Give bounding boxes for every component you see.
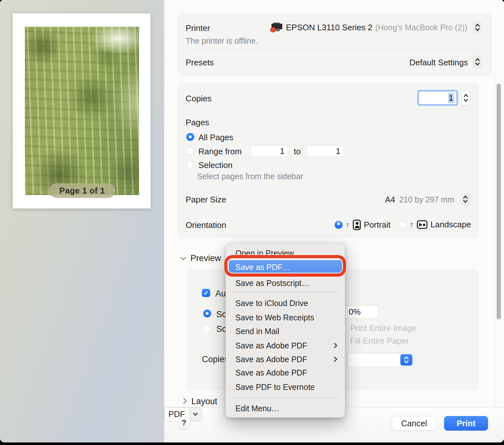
up-arrow-icon: ↑ — [346, 221, 350, 229]
paper-size-label: Paper Size — [186, 195, 226, 205]
printer-stepper[interactable] — [472, 21, 482, 34]
paper-size-select[interactable]: A4 210 by 297 mm — [385, 195, 454, 205]
copies-label: Copies — [186, 94, 211, 104]
printer-name: EPSON L3110 Series 2 — [286, 23, 372, 33]
range-start-input[interactable]: 1 — [250, 145, 288, 157]
orientation-label: Orientation — [186, 220, 226, 230]
updown-chevrons-icon — [475, 23, 480, 32]
menu-separator — [233, 397, 338, 398]
landscape-page-icon — [417, 220, 427, 229]
to-label: to — [294, 147, 301, 157]
menu-item-save-as-adobe-pdf-2[interactable]: Save as Adobe PDF — [235, 352, 340, 366]
selection-label[interactable]: Selection — [198, 160, 233, 170]
cancel-button[interactable]: Cancel — [392, 416, 436, 431]
card-divider — [186, 49, 485, 50]
copies-per-page-label: Copies — [202, 354, 229, 364]
selection-radio[interactable] — [186, 161, 194, 169]
card-divider — [186, 186, 471, 186]
menu-item-save-to-web-receipts[interactable]: Save to Web Receipts — [235, 310, 340, 325]
landscape-label[interactable]: Landscape — [431, 220, 471, 230]
print-dialog-window: Page 1 of 1 Printer EPSON L3110 Series 2… — [0, 0, 504, 442]
presets-stepper[interactable] — [472, 55, 482, 68]
preview-section-title[interactable]: Preview — [190, 253, 221, 263]
menu-item-send-in-mail[interactable]: Send in Mail — [235, 324, 340, 338]
portrait-page-icon — [353, 220, 361, 230]
menu-separator — [233, 292, 338, 293]
all-pages-label[interactable]: All Pages — [198, 133, 233, 142]
copies-value: 1 — [448, 93, 454, 103]
paper-size-stepper[interactable] — [460, 193, 470, 206]
auto-rotate-checkbox[interactable]: ✓ — [202, 289, 210, 297]
printer-icon — [271, 23, 283, 32]
help-button[interactable]: ? — [178, 416, 190, 429]
paper-size-detail: 210 by 297 mm — [399, 195, 454, 204]
scale-to-fit-radio[interactable] — [203, 325, 211, 332]
updown-chevrons-icon — [404, 356, 409, 364]
updown-chevrons-icon — [463, 195, 468, 204]
paper-size-value: A4 — [385, 195, 395, 205]
all-pages-radio[interactable] — [186, 133, 194, 141]
pages-label: Pages — [186, 118, 209, 128]
pdf-button-chevron[interactable] — [189, 408, 202, 421]
page-preview-photo — [25, 27, 139, 195]
range-end-input[interactable]: 1 — [306, 145, 344, 157]
copies-stepper[interactable] — [461, 90, 470, 106]
print-button[interactable]: Print — [444, 416, 488, 431]
print-dialog: Page 1 of 1 Printer EPSON L3110 Series 2… — [0, 0, 504, 445]
menu-item-save-to-icloud[interactable]: Save to iCloud Drive — [235, 296, 340, 310]
landscape-radio[interactable] — [399, 221, 407, 229]
page-count-badge: Page 1 of 1 — [49, 183, 115, 198]
scrollbar-thumb[interactable] — [497, 84, 501, 319]
printer-select[interactable]: EPSON L3110 Series 2 (Hong’s MacBook Pro… — [271, 21, 467, 34]
menu-item-save-as-adobe-pdf-1[interactable]: Save as Adobe PDF — [235, 339, 340, 353]
range-radio[interactable] — [186, 147, 194, 155]
layout-section-title[interactable]: Layout — [191, 397, 217, 406]
copies-input[interactable]: 1 — [419, 91, 457, 105]
printer-status-text: The printer is offline. — [186, 36, 258, 46]
presets-label: Presets — [186, 58, 214, 68]
page-preview-paper — [13, 13, 151, 208]
annotation-highlight-ring — [224, 255, 346, 277]
selection-hint: Select pages from the sidebar — [197, 172, 303, 181]
printer-offline-dot-icon — [270, 27, 276, 33]
scale-label[interactable]: Sc — [216, 310, 226, 319]
portrait-label[interactable]: Portrait — [364, 220, 391, 230]
up-arrow-icon: ↑ — [410, 220, 414, 229]
chevron-down-icon — [193, 411, 198, 416]
menu-item-edit-menu[interactable]: Edit Menu… — [235, 401, 340, 415]
menu-item-save-as-adobe-pdf-3[interactable]: Save as Adobe PDF — [235, 366, 340, 380]
printer-location: (Hong’s MacBook Pro (2)) — [375, 23, 467, 32]
card-divider — [186, 110, 471, 110]
scrollbar-track — [495, 73, 495, 407]
range-from-label[interactable]: Range from — [198, 147, 242, 157]
updown-chevrons-icon — [463, 93, 469, 103]
printer-label: Printer — [186, 23, 210, 33]
scale-to-fit-label[interactable]: Sc — [216, 324, 226, 334]
updown-chevrons-icon — [475, 57, 480, 66]
scale-radio[interactable] — [203, 310, 211, 317]
portrait-radio[interactable] — [335, 221, 343, 229]
fill-entire-paper-label: Fill Entire Paper — [350, 336, 409, 346]
presets-select[interactable]: Default Settings — [409, 58, 468, 68]
copies-per-page-stepper-icon[interactable] — [400, 354, 412, 366]
menu-item-save-as-postscript[interactable]: Save as Postscript… — [235, 276, 340, 290]
print-preview-pane: Page 1 of 1 — [0, 0, 164, 442]
menu-item-save-pdf-to-evernote[interactable]: Save PDF to Evernote — [235, 380, 340, 394]
print-entire-image-label: Print Entire Image — [350, 323, 416, 333]
card-divider — [186, 213, 471, 213]
